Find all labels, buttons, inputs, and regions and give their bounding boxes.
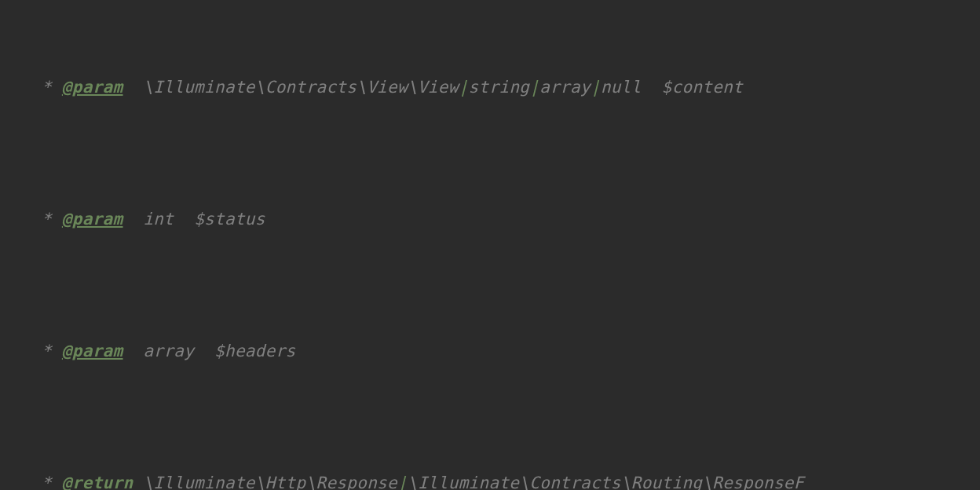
phpdoc-text [194,342,214,360]
comment-text: * [31,210,62,229]
phpdoc-text [642,78,662,97]
phpdoc-tag: @param [62,210,123,229]
phpdoc-tag: @param [62,342,123,360]
phpdoc-type: string [469,78,530,97]
comment-text: * [31,78,62,97]
phpdoc-type: array [143,342,194,360]
type-separator: | [529,78,539,97]
phpdoc-type: \Illuminate\Contracts\Routing\ResponseF [408,474,804,490]
type-separator: | [397,474,408,490]
code-line[interactable]: * @param \Illuminate\Contracts\View\View… [0,71,980,104]
phpdoc-text [174,210,194,229]
phpdoc-type: \Illuminate\Http\Response [143,474,397,490]
phpdoc-tag: @param [62,78,123,97]
phpdoc-type: int [143,210,174,229]
phpdoc-var: $headers [214,342,296,360]
type-separator: | [591,78,601,97]
phpdoc-type: array [539,78,591,97]
phpdoc-type: \Illuminate\Contracts\View\View [143,78,458,97]
type-separator: | [459,78,469,97]
phpdoc-type: null [601,78,642,97]
code-line[interactable]: * @param int $status [0,203,980,236]
code-line[interactable]: * @return \Illuminate\Http\Response|\Ill… [0,466,980,490]
comment-text: * [31,342,62,360]
code-line[interactable]: * @param array $headers [0,335,980,368]
phpdoc-text [133,474,143,490]
phpdoc-text [123,342,144,360]
phpdoc-text [123,210,144,229]
phpdoc-tag: @return [62,474,133,490]
phpdoc-text [123,78,144,97]
code-editor[interactable]: * @param \Illuminate\Contracts\View\View… [0,0,980,490]
phpdoc-var: $content [662,78,744,97]
phpdoc-var: $status [194,210,265,229]
comment-text: * [31,474,62,490]
